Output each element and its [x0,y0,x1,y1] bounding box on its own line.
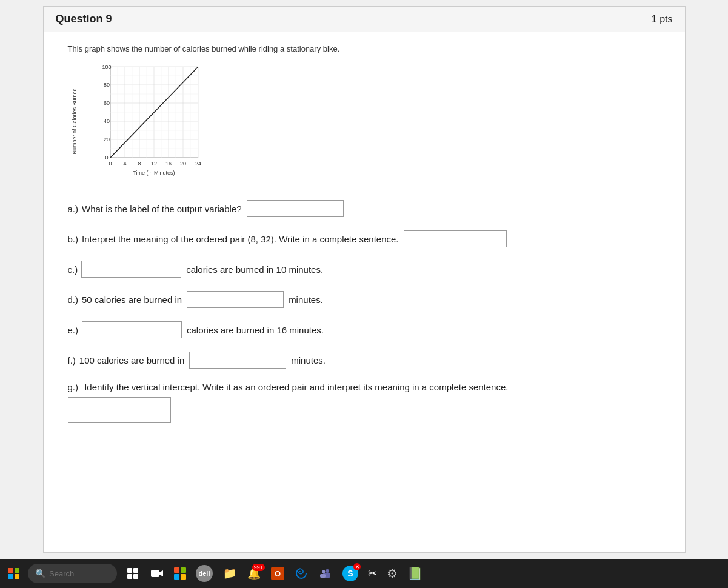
part-d-input[interactable] [187,291,284,308]
main-content: Question 9 1 pts This graph shows the nu… [0,0,728,559]
part-c-text-after: calories are burned in 10 minutes. [186,264,323,275]
part-d: d.) 50 calories are burned in minutes. [68,291,661,308]
svg-rect-44 [151,570,159,577]
svg-text:16: 16 [165,161,171,167]
windows-icon [8,568,19,579]
svg-rect-49 [320,574,326,578]
part-c-input[interactable] [81,261,181,278]
skype-icon-wrap: S ✕ [342,566,358,581]
part-g-label: g.) [68,382,79,392]
part-f-input[interactable] [189,352,286,369]
part-a-label: a.) [68,204,79,214]
svg-point-46 [326,569,329,573]
part-c: c.) calories are burned in 10 minutes. [68,261,661,278]
svg-text:12: 12 [150,161,156,167]
graph-description: This graph shows the number of calories … [68,44,661,53]
part-d-label: d.) [68,295,79,305]
skype-x-badge: ✕ [353,563,361,570]
svg-text:24: 24 [195,161,201,167]
svg-rect-40 [127,568,132,573]
svg-text:8: 8 [138,161,141,167]
part-f-label: f.) [68,355,76,366]
skype-button[interactable]: S ✕ [339,563,362,584]
notification-wrap[interactable]: 🔔 99+ [243,564,265,583]
teams-button[interactable] [315,564,336,583]
gear-icon: ⚙ [387,566,398,581]
svg-text:20: 20 [179,161,185,167]
part-c-label: c.) [68,264,78,275]
question-pts: 1 pts [652,14,673,25]
svg-text:Time (in Minutes): Time (in Minutes) [133,170,175,176]
search-bar[interactable]: 🔍 [28,564,117,583]
part-f-text-after: minutes. [291,355,326,366]
chart-svg: Number of Calories Burned [68,61,201,182]
store-button[interactable] [170,565,190,582]
task-view-button[interactable] [122,564,144,583]
camera-button[interactable] [146,564,168,583]
part-b-label: b.) [68,234,79,244]
part-b-input[interactable] [404,230,507,247]
notification-button[interactable]: 🔔 99+ [243,564,265,583]
part-d-text-after: minutes. [289,295,323,305]
part-a-text: What is the label of the output variable… [82,204,242,214]
camera-icon [150,566,164,581]
part-b-text: Interpret the meaning of the ordered pai… [82,234,399,244]
question-title: Question 9 [56,13,112,25]
question-card: Question 9 1 pts This graph shows the nu… [43,6,686,553]
part-g: g.) Identify the vertical intercept. Wri… [68,382,661,423]
search-icon: 🔍 [35,569,45,578]
part-e-text-after: calories are burned in 16 minutes. [187,325,324,335]
snip-icon: ✂ [368,567,377,580]
svg-text:0: 0 [109,161,112,167]
part-a-input[interactable] [247,200,344,217]
teams-icon [318,566,333,581]
part-e-input[interactable] [82,321,182,338]
edge-icon [294,566,309,581]
green-folder-button[interactable]: 📗 [404,564,426,583]
file-manager-button[interactable]: 📁 [219,564,241,583]
dell-button[interactable]: dell [192,563,216,584]
question-header: Question 9 1 pts [44,7,685,32]
edge-button[interactable] [290,564,312,583]
svg-text:100: 100 [102,64,111,70]
start-button[interactable] [5,566,23,581]
svg-text:80: 80 [103,82,109,88]
svg-text:40: 40 [103,118,109,124]
part-f: f.) 100 calories are burned in minutes. [68,352,661,369]
search-input[interactable] [49,569,110,578]
task-view-icon [125,566,140,581]
part-a: a.) What is the label of the output vari… [68,200,661,217]
folder-icon: 📁 [222,566,237,581]
svg-rect-42 [127,574,132,579]
graph-container: Number of Calories Burned [68,61,661,182]
part-d-text-before: 50 calories are burned in [82,295,182,305]
part-g-question: g.) Identify the vertical intercept. Wri… [68,382,509,392]
part-e: e.) calories are burned in 16 minutes. [68,321,661,338]
svg-point-48 [322,570,326,573]
part-g-input[interactable] [68,397,171,423]
svg-rect-41 [133,568,138,573]
part-b: b.) Interpret the meaning of the ordered… [68,230,661,247]
question-body: This graph shows the number of calories … [44,32,685,448]
snip-button[interactable]: ✂ [364,564,381,583]
office-icon: O [271,567,284,580]
office-button[interactable]: O [267,564,288,583]
taskbar: 🔍 dell [0,559,728,588]
skype-icon: S ✕ [342,566,358,581]
svg-text:20: 20 [103,136,109,142]
notification-badge: 99+ [252,564,265,571]
part-g-text: Identify the vertical intercept. Write i… [84,382,508,392]
svg-marker-45 [159,570,163,576]
part-e-label: e.) [68,325,79,335]
svg-text:60: 60 [103,100,109,106]
svg-rect-43 [133,574,138,579]
part-f-text-before: 100 calories are burned in [79,355,184,366]
green-folder-icon: 📗 [407,566,422,581]
dell-icon: dell [196,565,213,582]
settings-button[interactable]: ⚙ [383,564,401,583]
svg-text:Number of Calories Burned: Number of Calories Burned [72,88,78,154]
svg-text:4: 4 [123,161,126,167]
svg-text:0: 0 [105,155,108,161]
